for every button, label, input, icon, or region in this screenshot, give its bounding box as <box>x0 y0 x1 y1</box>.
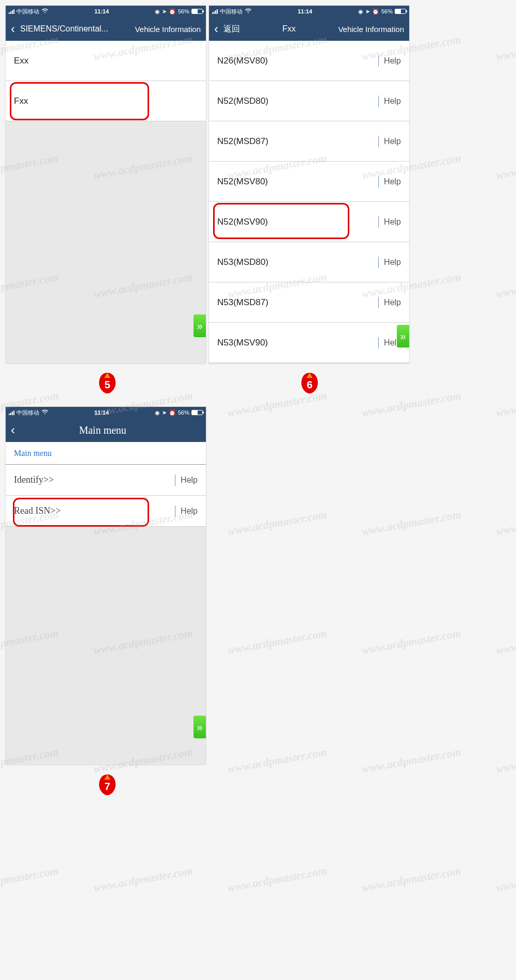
help-button[interactable]: Help <box>384 298 401 307</box>
list-item-identify[interactable]: Identify>> Help <box>6 465 206 496</box>
back-text[interactable]: 返回 <box>223 24 240 35</box>
list-item-label: Identify>> <box>14 475 54 485</box>
alarm-icon: ⏰ <box>372 8 379 15</box>
phone-screen-5: 中国移动 11:14 ◉ ➤ ⏰ 56% ‹ SIEMENS/Continent… <box>6 6 206 363</box>
watermark-text: www.acdpmaster.com <box>227 508 328 538</box>
list-item[interactable]: N53(MSD80)Help <box>209 242 409 282</box>
help-button[interactable]: Help <box>384 217 401 227</box>
list-item-read-isn[interactable]: Read ISN>> Help <box>6 496 206 527</box>
list-item-label: N53(MSD80) <box>217 257 268 267</box>
phone-screen-7: 中国移动 11:14 ◉ ➤ ⏰ 56% ‹ Main menu Main me… <box>6 407 206 765</box>
separator <box>378 96 379 107</box>
watermark-text: www.acdpmaster.com <box>227 745 328 776</box>
battery-icon <box>395 9 406 14</box>
separator <box>175 505 175 517</box>
list-item[interactable]: N52(MSD80)Help <box>209 81 409 121</box>
header-title: Main menu <box>20 424 185 436</box>
list-item-label: N52(MSV90) <box>217 217 268 227</box>
step-badge-5: 5 <box>98 372 117 394</box>
battery-icon <box>191 410 203 415</box>
wifi-icon <box>41 409 49 416</box>
back-icon[interactable]: ‹ <box>214 22 218 36</box>
location-icon: ◉ <box>358 8 363 15</box>
back-icon[interactable]: ‹ <box>11 22 15 36</box>
list-item-label: N52(MSD87) <box>217 136 268 147</box>
list-item[interactable]: N52(MSD87)Help <box>209 121 409 162</box>
list-item-label: N52(MSV80) <box>217 177 268 187</box>
help-button[interactable]: Help <box>181 476 198 485</box>
battery-text: 56% <box>178 8 189 14</box>
watermark-text: www.acdpmaster.com <box>361 626 462 657</box>
send-icon: ➤ <box>162 8 167 15</box>
watermark-text: www.acdpmaster.com <box>495 508 516 538</box>
list-item[interactable]: N53(MSD87)Help <box>209 282 409 323</box>
help-button[interactable]: Help <box>181 507 198 516</box>
vehicle-info-button[interactable]: Vehicle Information <box>338 25 404 34</box>
list-item-exx[interactable]: Exx <box>6 41 206 81</box>
status-bar: 中国移动 11:14 ◉ ➤ ⏰ 56% <box>6 6 206 17</box>
side-tab-icon[interactable]: » <box>194 716 206 738</box>
wifi-icon <box>41 8 49 14</box>
side-tab-icon[interactable]: » <box>397 325 409 347</box>
status-time: 11:14 <box>94 8 109 14</box>
status-bar: 中国移动 11:14 ◉ ➤ ⏰ 56% <box>209 6 409 17</box>
sub-header-label: Main menu <box>14 449 52 458</box>
watermark-text: www.acdpmaster.com <box>361 745 462 776</box>
list-item-label: Read ISN>> <box>14 505 61 516</box>
separator <box>175 475 175 486</box>
watermark-text: www.acdpmaster.com <box>495 864 516 894</box>
list-item-fxx[interactable]: Fxx <box>6 81 206 121</box>
help-button[interactable]: Help <box>384 177 401 186</box>
signal-icon <box>212 9 218 14</box>
watermark-text: www.acdpmaster.com <box>361 508 462 538</box>
watermark-text: www.acdpmaster.com <box>495 151 516 182</box>
watermark-text: www.acdpmaster.com <box>495 389 516 419</box>
separator <box>378 297 379 308</box>
help-button[interactable]: Help <box>384 258 401 267</box>
signal-icon <box>9 410 14 415</box>
watermark-text: www.acdpmaster.com <box>0 864 60 894</box>
watermark-text: www.acdpmaster.com <box>495 745 516 776</box>
watermark-text: www.acdpmaster.com <box>361 389 462 419</box>
help-button[interactable]: Help <box>384 56 401 66</box>
help-button[interactable]: Help <box>384 97 401 106</box>
carrier-text: 中国移动 <box>17 409 39 417</box>
list-item-label: Exx <box>14 56 28 66</box>
status-time: 11:14 <box>298 8 312 14</box>
list-item[interactable]: N26(MSV80)Help <box>209 41 409 81</box>
battery-text: 56% <box>381 8 393 14</box>
send-icon: ➤ <box>162 409 167 416</box>
list-item[interactable]: N52(MSV90)Help <box>209 202 409 242</box>
carrier-text: 中国移动 <box>220 8 243 15</box>
step-badge-7: 7 <box>98 773 117 796</box>
watermark-text: www.acdpmaster.com <box>495 626 516 657</box>
back-icon[interactable]: ‹ <box>11 423 15 437</box>
step-number: 6 <box>300 379 319 391</box>
location-icon: ◉ <box>155 409 160 416</box>
step-number: 7 <box>98 781 117 793</box>
separator <box>378 136 379 147</box>
vehicle-info-button[interactable]: Vehicle Information <box>135 25 201 34</box>
separator <box>378 337 379 349</box>
wifi-icon <box>245 8 252 14</box>
list-item-label: N26(MSV80) <box>217 56 268 66</box>
watermark-text: www.acdpmaster.com <box>495 33 516 63</box>
list-item[interactable]: N52(MSV80)Help <box>209 162 409 202</box>
battery-text: 56% <box>178 409 189 416</box>
watermark-text: www.acdpmaster.com <box>495 270 516 301</box>
separator <box>378 55 379 67</box>
help-button[interactable]: Help <box>384 137 401 146</box>
separator <box>378 257 379 268</box>
status-bar: 中国移动 11:14 ◉ ➤ ⏰ 56% <box>6 407 206 418</box>
watermark-text: www.acdpmaster.com <box>361 864 462 894</box>
list-item-label: Fxx <box>14 96 28 106</box>
separator <box>378 176 379 187</box>
signal-icon <box>9 9 14 14</box>
step-badge-6: 6 <box>300 372 319 394</box>
side-tab-icon[interactable]: » <box>194 314 206 337</box>
list-item[interactable]: N53(MSV90)Help <box>209 323 409 363</box>
watermark-text: www.acdpmaster.com <box>227 864 328 894</box>
status-time: 11:14 <box>94 409 109 416</box>
nav-header: ‹ 返回 Fxx Vehicle Information <box>209 17 409 41</box>
sub-header[interactable]: Main menu <box>6 442 206 465</box>
